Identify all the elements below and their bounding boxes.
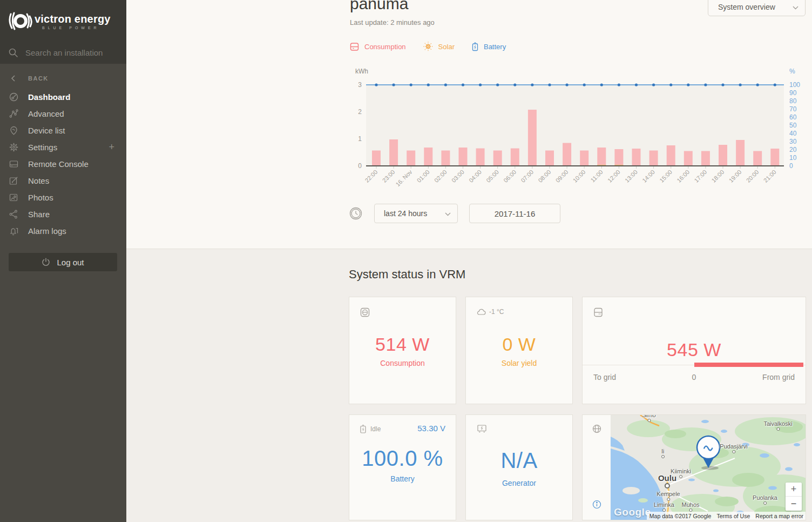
sidebar-item-notes[interactable]: Notes <box>0 172 126 189</box>
battery-point[interactable] <box>600 83 603 86</box>
battery-point[interactable] <box>410 83 412 86</box>
date-input[interactable]: 2017-11-16 <box>469 204 560 223</box>
zoom-out-button[interactable]: − <box>786 497 802 511</box>
x-axis-label: 23:00 <box>381 169 396 184</box>
right-axis-tick: 70 <box>789 105 797 113</box>
info-icon[interactable] <box>592 500 601 511</box>
legend-solar[interactable]: Solar <box>423 42 455 51</box>
terms-of-use-link[interactable]: Terms of Use <box>714 512 753 520</box>
battery-point[interactable] <box>704 83 707 86</box>
logout-label: Log out <box>57 258 84 267</box>
consumption-bar[interactable] <box>424 148 432 166</box>
battery-point[interactable] <box>496 83 499 86</box>
battery-label: Battery <box>349 474 456 483</box>
sidebar-item-label: Notes <box>28 176 49 185</box>
x-axis-label: 16:00 <box>675 169 691 184</box>
right-axis-tick: 20 <box>789 146 797 153</box>
sidebar-item-settings[interactable]: Settings + <box>0 139 126 156</box>
graph-icon <box>9 109 18 118</box>
logout-button[interactable]: Log out <box>9 253 117 271</box>
consumption-bar[interactable] <box>459 148 468 166</box>
view-selector-dropdown[interactable]: System overview <box>708 0 806 16</box>
report-map-error-link[interactable]: Report a map error <box>753 512 806 520</box>
map-place-label: Kempele <box>657 491 680 501</box>
battery-point[interactable] <box>566 83 569 86</box>
installation-search[interactable] <box>0 41 126 64</box>
battery-point[interactable] <box>427 83 430 86</box>
consumption-bar[interactable] <box>407 151 415 166</box>
generator-value: N/A <box>466 449 572 473</box>
consumption-bar[interactable] <box>753 151 762 166</box>
battery-point[interactable] <box>444 83 447 86</box>
sidebar-item-device-list[interactable]: Device list <box>0 122 126 139</box>
battery-point[interactable] <box>635 83 638 86</box>
battery-point[interactable] <box>375 83 377 86</box>
consumption-bar[interactable] <box>770 149 779 166</box>
consumption-bar[interactable] <box>632 149 641 166</box>
consumption-bar[interactable] <box>372 151 381 166</box>
battery-point[interactable] <box>531 83 533 86</box>
battery-point[interactable] <box>583 83 586 86</box>
google-logo[interactable]: Google <box>614 506 651 518</box>
settings-expand-button[interactable]: + <box>109 142 114 153</box>
consumption-bar[interactable] <box>667 145 675 166</box>
consumption-bar[interactable] <box>684 151 693 166</box>
sidebar-item-label: Device list <box>28 126 65 135</box>
sidebar-item-share[interactable]: Share <box>0 206 126 223</box>
consumption-bar[interactable] <box>736 140 745 166</box>
consumption-bar[interactable] <box>441 151 450 166</box>
zoom-in-button[interactable]: + <box>786 483 802 497</box>
legend-battery[interactable]: Battery <box>472 42 506 51</box>
consumption-bar[interactable] <box>511 149 519 166</box>
sidebar-item-alarm-logs[interactable]: Alarm logs <box>0 223 126 239</box>
consumption-bar[interactable] <box>563 143 571 166</box>
x-axis-label: 03:00 <box>450 169 465 184</box>
chevron-down-icon <box>793 3 799 11</box>
battery-point[interactable] <box>462 83 464 86</box>
battery-point[interactable] <box>548 83 551 86</box>
cloud-icon <box>477 309 486 315</box>
map-place-label: Pudasjärvi <box>720 443 747 453</box>
google-map[interactable]: SimoTaivalkoskiIiPudasjärviKiiminkiOuluK… <box>611 415 806 520</box>
consumption-bar[interactable] <box>580 151 588 166</box>
map-place-label: Puolanka <box>753 494 777 505</box>
battery-point[interactable] <box>774 83 776 86</box>
search-input[interactable] <box>25 48 117 57</box>
consumption-bar[interactable] <box>476 149 485 166</box>
battery-point[interactable] <box>739 83 742 86</box>
back-button[interactable]: BACK <box>0 71 126 85</box>
consumption-bar[interactable] <box>719 145 727 166</box>
battery-point[interactable] <box>721 83 724 86</box>
consumption-bar[interactable] <box>614 149 623 166</box>
sidebar-item-remote-console[interactable]: Remote Console <box>0 156 126 172</box>
consumption-bar[interactable] <box>493 151 502 166</box>
consumption-bar[interactable] <box>528 110 537 166</box>
consumption-bar[interactable] <box>649 151 658 166</box>
battery-point[interactable] <box>393 83 395 86</box>
battery-point[interactable] <box>652 83 655 86</box>
grid-meter-icon <box>593 307 603 317</box>
range-selector-dropdown[interactable]: last 24 hours <box>374 204 458 223</box>
consumption-bar[interactable] <box>701 151 710 166</box>
sidebar-item-dashboard[interactable]: Dashboard <box>0 89 126 105</box>
x-axis-label: 22:00 <box>363 169 378 184</box>
range-selector-value: last 24 hours <box>384 209 427 218</box>
battery-point[interactable] <box>669 83 672 86</box>
battery-state-label: Idle <box>370 425 381 433</box>
consumption-bar[interactable] <box>545 151 554 166</box>
x-axis-label: 17:00 <box>693 169 708 184</box>
battery-point[interactable] <box>479 83 482 86</box>
consumption-chart[interactable]: kWh%0123010203040506070809010022:0023:00… <box>347 64 812 193</box>
battery-point[interactable] <box>687 83 689 86</box>
consumption-bar[interactable] <box>597 148 606 166</box>
sidebar-item-photos[interactable]: Photos <box>0 189 126 206</box>
sidebar-item-advanced[interactable]: Advanced <box>0 105 126 122</box>
x-axis-label: 12:00 <box>606 169 621 184</box>
battery-point[interactable] <box>618 83 620 86</box>
grid-card: 545 W To grid 0 From grid <box>582 297 806 404</box>
clock-icon[interactable] <box>349 207 362 220</box>
battery-point[interactable] <box>513 83 516 86</box>
battery-point[interactable] <box>756 83 759 86</box>
consumption-bar[interactable] <box>389 139 398 166</box>
legend-consumption[interactable]: Consumption <box>350 42 406 51</box>
